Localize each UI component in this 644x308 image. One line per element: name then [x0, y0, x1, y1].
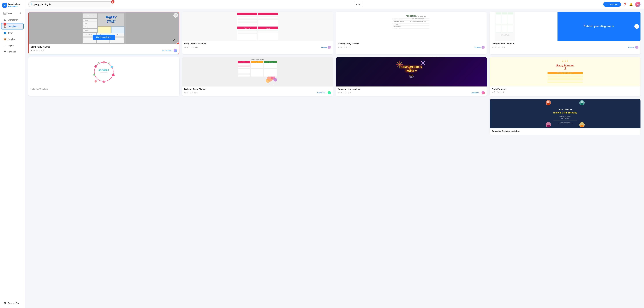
main-content: 🔍 2 All ≡ ⬇ Download ❓ 🔔 U: [25, 0, 644, 308]
card-birthday-party-planner[interactable]: Birthday Party Planner Prep Plan Search: [182, 57, 333, 96]
card-birthday-author: Communit...: [317, 91, 331, 94]
second-row-cards: Come Celebrate Emily's 14th Birthday Sat…: [28, 99, 640, 135]
all-filter-button[interactable]: All ≡: [354, 2, 363, 7]
card-fireworks-party-collage[interactable]: FIREWORKSPARTY SHINE PASSION YOUNG firew…: [336, 57, 487, 96]
avatar[interactable]: U: [635, 2, 640, 7]
svg-rect-38: [238, 24, 257, 25]
use-immediately-button[interactable]: Use immediately: [93, 35, 115, 40]
svg-point-83: [103, 61, 104, 62]
search-icon: 🔍: [30, 3, 33, 6]
svg-point-81: [94, 62, 113, 81]
party1-svg: ★ ★ ★ Party Planner 1 THEME & DECORATION…: [492, 59, 639, 85]
svg-rect-171: [547, 103, 550, 105]
template-bg: SAMPLE: [490, 12, 558, 41]
notification-button[interactable]: 🔔: [629, 3, 633, 6]
card-holiday-author: Kiraaaa: [474, 46, 484, 49]
svg-rect-168: [548, 82, 583, 83]
svg-text:Guest List/RSVP: Guest List/RSVP: [86, 34, 94, 35]
svg-rect-76: [508, 15, 513, 24]
card-party-example-author: Kiraaaa: [321, 46, 331, 49]
card-blank-party-planner-meta: 👁 62 ♡ 2 ⊡ 3 Lisa Anders...: [31, 49, 177, 52]
svg-rect-40: [258, 13, 278, 15]
header: 🔍 2 All ≡ ⬇ Download ❓ 🔔 U: [25, 0, 644, 9]
card-party-planner-template-info: Party Planner Template 👁 62 ♡ 3 ⊡ 0 Kira…: [490, 41, 641, 51]
svg-line-142: [423, 61, 425, 63]
svg-text:THEME & DECORATION IDEAS: THEME & DECORATION IDEAS: [557, 72, 573, 74]
svg-text:1: 1: [564, 66, 566, 70]
card-invitation[interactable]: Invitation Invitation Template: [28, 57, 179, 96]
svg-text:SAMPLE: SAMPLE: [500, 34, 510, 36]
sidebar-item-recycle-bin[interactable]: 🗑 Recycle Bin: [1, 300, 24, 306]
card-party-planner-example[interactable]: ACTIVITIES NOTES Party Planner Example: [182, 12, 333, 54]
author-avatar-4: [635, 46, 638, 49]
sidebar-item-favorites[interactable]: ♥ Favorites: [1, 49, 24, 55]
svg-text:Party Details: Party Details: [87, 15, 93, 17]
favorite-heart-icon[interactable]: 🤍: [174, 13, 178, 18]
card-cupcakes-birthday-info: Cupcakes Birthday Invitation: [490, 128, 641, 135]
sidebar-item-import[interactable]: ⬇ Import: [1, 43, 24, 48]
svg-rect-163: [548, 75, 583, 75]
sidebar-item-templates-label: Templates: [8, 25, 18, 28]
cursor-indicator: ↗: [173, 38, 175, 42]
team-icon: 👥: [4, 32, 6, 34]
fireworks-text: FIREWORKSPARTY: [400, 65, 422, 73]
svg-rect-32: [237, 13, 257, 15]
svg-rect-179: [580, 125, 584, 127]
help-button[interactable]: ❓: [623, 3, 627, 6]
card-holiday-party-planner-img: THE DETAILS Fire a entertainment. Design…: [336, 12, 487, 41]
sidebar-item-import-label: Import: [8, 44, 14, 47]
svg-rect-113: [238, 63, 250, 64]
svg-rect-47: [238, 30, 257, 31]
svg-rect-131: [251, 69, 263, 77]
card-fireworks-party-collage-info: fireworks-party-collage 👁 14 ♡ 1 ⊡ 5 Cap…: [336, 86, 487, 96]
svg-point-89: [111, 67, 112, 67]
sidebar-item-team[interactable]: 👥 Team: [1, 30, 24, 36]
svg-text:Search: Search: [256, 62, 258, 63]
new-icon: +: [4, 12, 6, 15]
publish-text: Publish your diagram: [584, 25, 611, 28]
app-logo-icon: W: [2, 3, 7, 8]
author-avatar-7: [482, 91, 485, 94]
svg-line-146: [421, 63, 423, 65]
cupcakes-svg: Come Celebrate Emily's 14th Birthday Sat…: [490, 99, 641, 128]
card-party-planner-template[interactable]: SAMPLE Publish your diagram ✈ ↑ Party Pl…: [490, 12, 641, 54]
svg-text:Create a timeline.: Create a timeline.: [393, 26, 401, 27]
card-party-planner-1[interactable]: ★ ★ ★ Party Planner 1 THEME & DECORATION…: [490, 57, 641, 96]
sidebar: W Wondershare EdrawMax + New + ⊞ Workben…: [0, 0, 25, 308]
svg-text:Theme / Notes: Theme / Notes: [267, 62, 274, 63]
svg-rect-79: [508, 25, 513, 33]
svg-rect-115: [238, 66, 250, 67]
card-template-img-wrap: SAMPLE Publish your diagram ✈ ↑: [490, 12, 641, 41]
svg-text:Give your holiday party a them: Give your holiday party a theme.: [410, 21, 426, 22]
card-stats: 👁 62 ♡ 2 ⊡ 3: [31, 50, 44, 52]
search-input[interactable]: [28, 2, 113, 7]
search-bar: 🔍: [28, 2, 113, 7]
sidebar-item-workbench[interactable]: ⊞ Workbench: [1, 17, 24, 23]
svg-text:Find an available venue.: Find an available venue.: [412, 18, 424, 19]
sidebar-item-favorites-label: Favorites: [8, 51, 16, 53]
download-button[interactable]: ⬇ Download: [603, 2, 621, 7]
card-cupcakes-birthday[interactable]: Come Celebrate Emily's 14th Birthday Sat…: [490, 99, 641, 135]
svg-text:★ ★ ★: ★ ★ ★: [562, 60, 568, 62]
app-logo-text: Wondershare EdrawMax: [8, 3, 20, 8]
publish-overlay: Publish your diagram ✈: [558, 12, 640, 41]
sidebar-item-new[interactable]: + New +: [1, 10, 24, 16]
svg-rect-49: [238, 33, 257, 34]
card-blank-party-planner[interactable]: Party Details Where: Time: Theme: Budget…: [28, 12, 179, 54]
favorites-icon: ♥: [4, 50, 6, 53]
card-holiday-party-planner[interactable]: THE DETAILS Fire a entertainment. Design…: [336, 12, 487, 54]
svg-line-148: [421, 61, 423, 63]
card-party-planner-1-title: Party Planner 1: [492, 88, 638, 90]
likes-stat: ♡ 2: [36, 50, 39, 52]
sidebar-item-dropbox[interactable]: 📦 Dropbox: [1, 36, 24, 42]
sidebar-item-team-label: Team: [8, 32, 13, 34]
svg-rect-164: [548, 76, 583, 77]
svg-point-88: [112, 67, 113, 67]
sidebar-item-templates[interactable]: 1 📋 Templates: [1, 23, 24, 30]
sidebar-item-new-label: New: [8, 12, 12, 15]
svg-rect-35: [238, 19, 257, 20]
publish-send-icon: ✈: [612, 25, 614, 28]
scroll-top-button[interactable]: ↑: [634, 24, 639, 29]
svg-point-85: [102, 62, 104, 63]
svg-rect-48: [238, 32, 257, 32]
